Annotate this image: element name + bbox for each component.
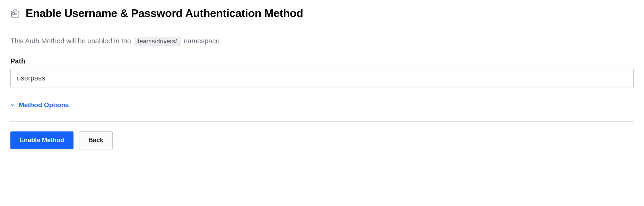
auth-method-icon: [10, 9, 20, 18]
enable-method-button[interactable]: Enable Method: [10, 131, 73, 149]
section-divider: [10, 121, 634, 122]
namespace-info: This Auth Method will be enabled in the …: [10, 37, 634, 46]
chevron-down-icon: [10, 103, 15, 108]
namespace-suffix-text: namespace.: [184, 37, 221, 45]
action-button-row: Enable Method Back: [10, 131, 634, 149]
page-title: Enable Username & Password Authenticatio…: [26, 7, 303, 20]
path-input[interactable]: [10, 69, 634, 87]
method-options-toggle[interactable]: Method Options: [10, 101, 69, 109]
method-options-label: Method Options: [19, 101, 69, 109]
svg-rect-2: [13, 12, 15, 14]
svg-rect-1: [14, 10, 17, 11]
path-form-group: Path: [10, 57, 634, 87]
page-header: Enable Username & Password Authenticatio…: [10, 7, 634, 27]
back-button[interactable]: Back: [79, 131, 113, 149]
path-label: Path: [10, 57, 634, 65]
namespace-prefix-text: This Auth Method will be enabled in the: [10, 37, 133, 45]
namespace-badge: teams/drivers/: [134, 37, 181, 46]
